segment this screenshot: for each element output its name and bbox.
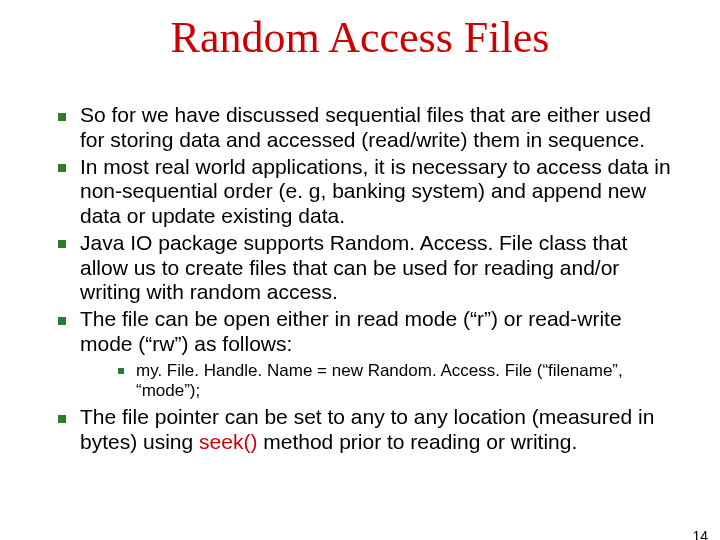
slide-content: So for we have discussed sequential file…: [0, 103, 720, 455]
bullet-item: In most real world applications, it is n…: [46, 155, 674, 229]
bullet-item: Java IO package supports Random. Access.…: [46, 231, 674, 305]
bullet-text-part: method prior to reading or writing.: [257, 430, 577, 453]
bullet-text: The file can be open either in read mode…: [80, 307, 622, 355]
page-number: 14: [692, 528, 708, 540]
bullet-list: So for we have discussed sequential file…: [46, 103, 674, 455]
sub-bullet-item: my. File. Handle. Name = new Random. Acc…: [108, 361, 674, 402]
bullet-item: The file pointer can be set to any to an…: [46, 405, 674, 455]
bullet-item: The file can be open either in read mode…: [46, 307, 674, 401]
code-keyword: seek(): [199, 430, 257, 453]
slide-title: Random Access Files: [0, 12, 720, 63]
sub-bullet-list: my. File. Handle. Name = new Random. Acc…: [108, 361, 674, 402]
slide: Random Access Files So for we have discu…: [0, 12, 720, 540]
bullet-item: So for we have discussed sequential file…: [46, 103, 674, 153]
